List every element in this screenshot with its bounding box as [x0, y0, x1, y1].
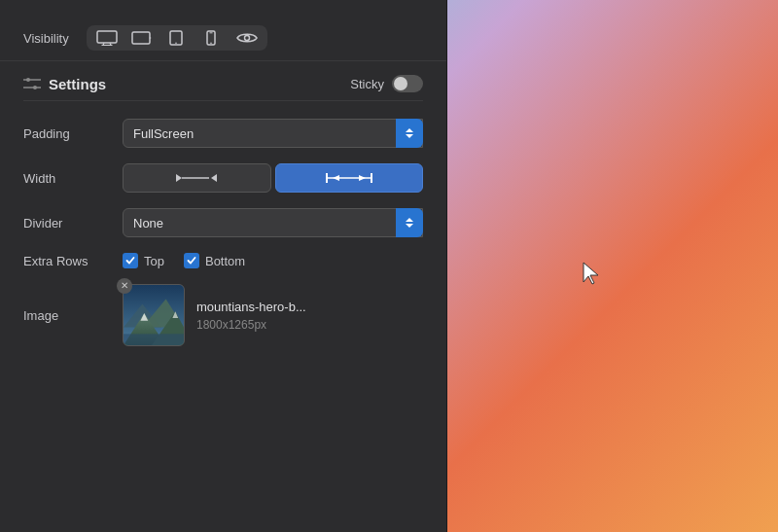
tablet-landscape-svg	[131, 30, 153, 46]
padding-arrow-up	[406, 128, 413, 132]
image-label: Image	[23, 308, 111, 323]
mobile-svg	[201, 30, 223, 46]
width-centered-button[interactable]	[123, 163, 271, 193]
checkbox-group: Top Bottom	[123, 253, 245, 268]
image-info: mountians-hero-b... 1800x1265px	[196, 300, 306, 332]
eye-svg	[236, 30, 258, 46]
width-row: Width	[23, 163, 423, 193]
padding-arrow-down	[406, 134, 413, 138]
visibility-row: Visibility	[0, 16, 446, 61]
divider-arrow-up	[406, 218, 413, 222]
bottom-checkbox[interactable]	[184, 253, 199, 268]
image-remove-button[interactable]: ✕	[117, 278, 132, 294]
visibility-icons-group	[87, 25, 267, 51]
image-thumb-wrapper: ✕	[123, 284, 185, 346]
divider-arrow-down	[406, 224, 413, 228]
image-name: mountians-hero-b...	[196, 300, 306, 314]
svg-marker-22	[359, 175, 366, 181]
divider-value[interactable]: None	[123, 208, 423, 237]
visibility-mobile-icon[interactable]	[201, 30, 223, 46]
svg-rect-0	[97, 31, 117, 43]
settings-title-group: Settings	[23, 76, 106, 92]
width-buttons-group	[123, 163, 423, 193]
bottom-checkmark-icon	[187, 256, 196, 266]
mountain-scene-svg	[124, 285, 184, 345]
svg-point-15	[33, 86, 37, 89]
settings-header: Settings Sticky	[23, 69, 423, 101]
top-checkbox-item[interactable]: Top	[123, 253, 164, 268]
tablet-small-svg	[166, 30, 188, 46]
settings-sliders-icon	[23, 77, 41, 90]
svg-rect-4	[132, 32, 150, 44]
sticky-toggle[interactable]	[392, 75, 423, 92]
visibility-tablet-landscape-icon[interactable]	[131, 30, 153, 46]
svg-point-9	[210, 42, 212, 44]
image-thumbnail	[123, 284, 185, 346]
visibility-desktop-icon[interactable]	[96, 30, 118, 46]
settings-panel: Visibility	[0, 0, 447, 532]
visibility-tablet-small-icon[interactable]	[166, 30, 188, 46]
padding-select-arrow[interactable]	[396, 119, 423, 148]
top-label: Top	[144, 254, 164, 268]
fullwidth-icon	[325, 171, 373, 185]
svg-point-13	[26, 78, 30, 82]
padding-select-wrapper: FullScreen	[123, 119, 423, 148]
top-checkmark-icon	[125, 256, 135, 266]
divider-select-arrow[interactable]	[396, 208, 423, 237]
divider-label: Divider	[23, 216, 111, 231]
width-fullwidth-button[interactable]	[275, 163, 424, 193]
padding-value[interactable]: FullScreen	[123, 119, 423, 148]
width-label: Width	[23, 171, 111, 186]
sticky-group: Sticky	[350, 75, 423, 92]
divider-select-wrapper: None	[123, 208, 423, 237]
image-row: Image	[23, 284, 423, 346]
bottom-label: Bottom	[205, 254, 245, 268]
svg-marker-21	[333, 175, 339, 181]
desktop-svg	[96, 30, 118, 46]
visibility-eye-icon[interactable]	[236, 30, 258, 46]
centered-icon	[172, 171, 221, 185]
extra-rows-label: Extra Rows	[23, 254, 111, 268]
extra-rows-row: Extra Rows Top Bot	[23, 253, 423, 268]
sticky-label: Sticky	[350, 77, 384, 91]
visibility-label: Visibility	[23, 31, 69, 46]
svg-marker-18	[211, 174, 217, 182]
divider-row: Divider None	[23, 208, 423, 237]
svg-point-11	[244, 36, 249, 41]
svg-marker-16	[176, 174, 182, 182]
svg-point-7	[175, 42, 177, 44]
padding-label: Padding	[23, 126, 111, 141]
image-size: 1800x1265px	[196, 318, 306, 332]
svg-rect-31	[124, 334, 184, 345]
svg-point-5	[149, 37, 151, 39]
settings-section: Settings Sticky Padding FullScreen Width	[0, 69, 446, 516]
bottom-checkbox-item[interactable]: Bottom	[184, 253, 245, 268]
top-checkbox[interactable]	[123, 253, 138, 268]
settings-title: Settings	[49, 76, 106, 92]
padding-row: Padding FullScreen	[23, 119, 423, 148]
